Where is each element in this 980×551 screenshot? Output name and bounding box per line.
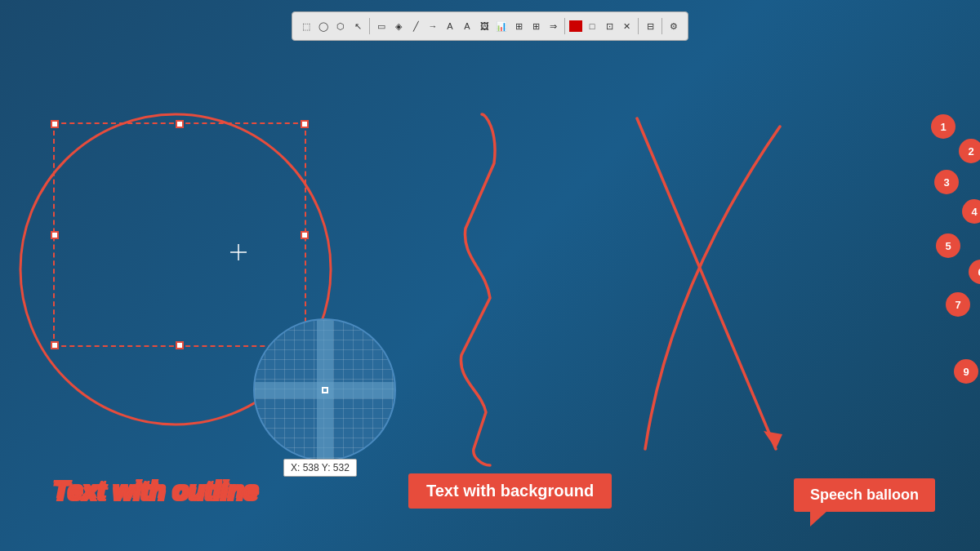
num-circle-3: 3 [934, 170, 959, 194]
handle-tl[interactable] [51, 120, 59, 128]
handle-tc[interactable] [176, 120, 184, 128]
toolbar-select-icon[interactable]: ⬚ [299, 19, 314, 33]
num-circle-7: 7 [946, 292, 970, 317]
svg-line-1 [637, 118, 776, 449]
toolbar-separator-3 [638, 18, 639, 34]
toolbar-textbox-icon[interactable]: A [460, 19, 474, 33]
text-bg-label: Text with background [408, 473, 612, 509]
toolbar-table-icon[interactable]: ⊞ [511, 19, 526, 33]
toolbar-separator-4 [662, 18, 662, 34]
handle-tr[interactable] [301, 120, 309, 128]
magnifier [253, 318, 396, 461]
toolbar-text-icon[interactable]: A [443, 19, 457, 33]
toolbar-chart-icon[interactable]: 📊 [494, 19, 509, 33]
toolbar-circle-icon[interactable]: ◯ [316, 19, 331, 33]
toolbar-separator-1 [369, 18, 370, 34]
toolbar[interactable]: ⬚ ◯ ⬡ ↖ ▭ ◈ ╱ → A A 🖼 📊 ⊞ ⊞ ⇒ □ ⊡ ✕ ⊟ ⚙ [292, 11, 688, 41]
crosshair [230, 244, 247, 264]
selection-rect[interactable] [53, 122, 306, 347]
num-circle-6: 6 [969, 260, 980, 284]
toolbar-polygon-icon[interactable]: ⬡ [333, 19, 348, 33]
num-circle-9: 9 [954, 359, 978, 384]
coord-tooltip: X: 538 Y: 532 [283, 459, 357, 477]
num-circle-5: 5 [936, 233, 960, 258]
handle-mr[interactable] [301, 231, 309, 239]
speech-balloon-body: Speech balloon [794, 478, 935, 512]
handle-bl[interactable] [51, 341, 59, 349]
handle-ml[interactable] [51, 231, 59, 239]
toolbar-separator-2 [564, 18, 565, 34]
num-circle-2: 2 [959, 139, 980, 163]
toolbar-arrow-icon[interactable]: → [425, 19, 440, 33]
toolbar-cursor-icon[interactable]: ↖ [350, 19, 365, 33]
toolbar-settings-icon[interactable]: ✕ [619, 19, 634, 33]
toolbar-rect-icon[interactable]: ▭ [374, 19, 389, 33]
toolbar-color-icon[interactable] [569, 20, 582, 32]
toolbar-image-icon[interactable]: 🖼 [477, 19, 492, 33]
speech-balloon-tail [810, 510, 828, 527]
svg-marker-2 [764, 431, 782, 449]
toolbar-grid-icon[interactable]: ⊞ [528, 19, 543, 33]
num-circle-4: 4 [962, 199, 980, 224]
toolbar-zoom-icon[interactable]: ⊟ [643, 19, 657, 33]
num-circle-1: 1 [931, 114, 956, 139]
toolbar-flow-icon[interactable]: ⇒ [546, 19, 560, 33]
speech-balloon: Speech balloon [794, 478, 935, 512]
text-outline-label: Text with outline [53, 476, 258, 506]
toolbar-dash-icon[interactable]: ⊡ [602, 19, 617, 33]
toolbar-more-icon[interactable]: ⚙ [666, 19, 681, 33]
toolbar-line-icon[interactable]: ╱ [408, 19, 423, 33]
toolbar-fill-icon[interactable]: ◈ [391, 19, 406, 33]
handle-bc[interactable] [176, 341, 184, 349]
magnifier-center-dot [322, 387, 328, 393]
coord-text: X: 538 Y: 532 [291, 462, 350, 473]
toolbar-rect2-icon[interactable]: □ [585, 19, 599, 33]
